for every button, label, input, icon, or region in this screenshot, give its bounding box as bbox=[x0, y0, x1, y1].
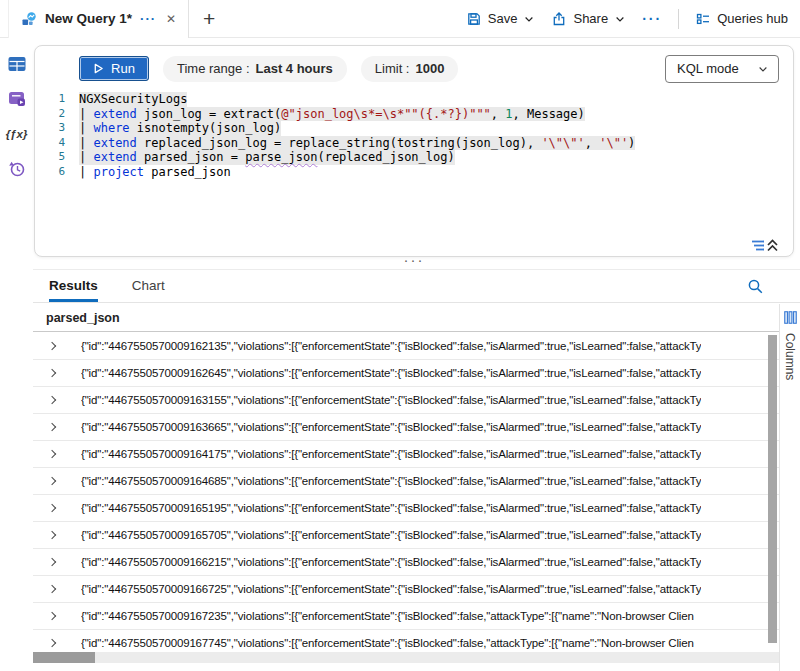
saved-scripts-icon[interactable] bbox=[7, 89, 27, 109]
query-editor-card: Run Time range : Last 4 hours Limit : 10… bbox=[34, 45, 794, 257]
time-range-label: Time range : bbox=[177, 61, 250, 76]
code-editor[interactable]: 1NGXSecurityLogs2| extend json_log = ext… bbox=[35, 92, 793, 180]
tab-results[interactable]: Results bbox=[49, 278, 98, 302]
expand-row-icon[interactable] bbox=[48, 612, 56, 620]
query-tab[interactable]: New Query 1* ··· ✕ bbox=[8, 0, 189, 38]
share-button[interactable]: Share bbox=[551, 11, 626, 27]
expand-row-icon[interactable] bbox=[48, 585, 56, 593]
results-panel: Results Chart parsed_json {"id":"4467550… bbox=[33, 269, 800, 671]
query-history-icon[interactable] bbox=[7, 159, 27, 179]
row-json-value: {"id":"4467550570009164175","violations"… bbox=[81, 448, 701, 460]
left-rail: {ƒx} bbox=[0, 38, 33, 671]
table-row[interactable]: {"id":"4467550570009162135","violations"… bbox=[33, 333, 779, 360]
code-text: NGXSecurityLogs bbox=[79, 92, 187, 107]
results-grid: {"id":"4467550570009162135","violations"… bbox=[33, 333, 779, 652]
save-button[interactable]: Save bbox=[466, 11, 536, 27]
table-row[interactable]: {"id":"4467550570009165195","violations"… bbox=[33, 495, 779, 522]
connections-table-icon[interactable] bbox=[7, 54, 27, 74]
new-tab-button[interactable]: + bbox=[203, 8, 215, 29]
expand-row-icon[interactable] bbox=[48, 369, 56, 377]
code-line[interactable]: 6| project parsed_json bbox=[35, 165, 793, 180]
tab-more-icon[interactable]: ··· bbox=[140, 11, 156, 26]
horizontal-scrollbar[interactable] bbox=[33, 652, 779, 663]
code-line[interactable]: 2| extend json_log = extract(@"json_log\… bbox=[35, 107, 793, 122]
expand-row-icon[interactable] bbox=[48, 504, 56, 512]
row-json-value: {"id":"4467550570009162135","violations"… bbox=[81, 340, 701, 352]
expand-row-icon[interactable] bbox=[48, 558, 56, 566]
line-number: 3 bbox=[35, 121, 65, 136]
queries-hub-label: Queries hub bbox=[717, 11, 788, 26]
row-json-value: {"id":"4467550570009165705","violations"… bbox=[81, 529, 701, 541]
code-line[interactable]: 3| where isnotempty(json_log) bbox=[35, 121, 793, 136]
expand-row-icon[interactable] bbox=[48, 423, 56, 431]
expand-row-icon[interactable] bbox=[48, 477, 56, 485]
code-text: | project parsed_json bbox=[79, 165, 231, 180]
expand-row-icon[interactable] bbox=[48, 531, 56, 539]
table-row[interactable]: {"id":"4467550570009165705","violations"… bbox=[33, 522, 779, 549]
table-row[interactable]: {"id":"4467550570009164175","violations"… bbox=[33, 441, 779, 468]
search-icon[interactable] bbox=[747, 278, 764, 295]
more-actions-button[interactable]: ··· bbox=[642, 11, 662, 27]
expand-row-icon[interactable] bbox=[48, 450, 56, 458]
horizontal-scrollbar-thumb[interactable] bbox=[33, 652, 95, 663]
columns-panel-toggle[interactable]: Columns bbox=[779, 304, 800, 671]
table-row[interactable]: {"id":"4467550570009167745","violations"… bbox=[33, 630, 779, 652]
time-range-value: Last 4 hours bbox=[256, 61, 333, 76]
collapse-editor-icon[interactable] bbox=[751, 238, 781, 253]
column-header-parsed-json[interactable]: parsed_json bbox=[33, 304, 779, 332]
adx-app-icon bbox=[21, 11, 37, 27]
functions-icon[interactable]: {ƒx} bbox=[7, 124, 27, 144]
table-row[interactable]: {"id":"4467550570009163665","violations"… bbox=[33, 414, 779, 441]
expand-row-icon[interactable] bbox=[48, 639, 56, 647]
table-row[interactable]: {"id":"4467550570009163155","violations"… bbox=[33, 387, 779, 414]
divider bbox=[678, 9, 679, 29]
run-button[interactable]: Run bbox=[79, 56, 149, 81]
line-number: 5 bbox=[35, 150, 65, 165]
row-json-value: {"id":"4467550570009166215","violations"… bbox=[81, 556, 701, 568]
results-tabs: Results Chart bbox=[33, 270, 800, 303]
line-number: 4 bbox=[35, 136, 65, 151]
panel-resize-handle[interactable]: ··· bbox=[34, 256, 794, 268]
table-row[interactable]: {"id":"4467550570009162645","violations"… bbox=[33, 360, 779, 387]
query-mode-value: KQL mode bbox=[677, 61, 739, 76]
row-json-value: {"id":"4467550570009167745","violations"… bbox=[81, 637, 694, 649]
expand-row-icon[interactable] bbox=[48, 342, 56, 350]
limit-label: Limit : bbox=[375, 61, 410, 76]
query-mode-select[interactable]: KQL mode bbox=[665, 55, 779, 83]
table-row[interactable]: {"id":"4467550570009166725","violations"… bbox=[33, 576, 779, 603]
row-json-value: {"id":"4467550570009165195","violations"… bbox=[81, 502, 701, 514]
share-label: Share bbox=[573, 11, 608, 26]
code-line[interactable]: 1NGXSecurityLogs bbox=[35, 92, 793, 107]
table-row[interactable]: {"id":"4467550570009167235","violations"… bbox=[33, 603, 779, 630]
code-text: | extend json_log = extract(@"json_log\s… bbox=[79, 107, 585, 122]
queries-hub-icon bbox=[695, 11, 711, 27]
row-json-value: {"id":"4467550570009162645","violations"… bbox=[81, 367, 701, 379]
code-line[interactable]: 4| extend replaced_json_log = replace_st… bbox=[35, 136, 793, 151]
chevron-down-icon bbox=[523, 13, 535, 25]
table-row[interactable]: {"id":"4467550570009164685","violations"… bbox=[33, 468, 779, 495]
code-text: | where isnotempty(json_log) bbox=[79, 121, 281, 136]
vertical-scrollbar-thumb[interactable] bbox=[768, 335, 777, 643]
chevron-down-icon bbox=[614, 13, 626, 25]
limit-picker[interactable]: Limit : 1000 bbox=[361, 56, 459, 82]
expand-row-icon[interactable] bbox=[48, 396, 56, 404]
tab-close-icon[interactable]: ✕ bbox=[164, 12, 178, 26]
vertical-scrollbar[interactable] bbox=[768, 333, 777, 651]
tab-chart[interactable]: Chart bbox=[132, 278, 165, 302]
save-icon bbox=[466, 11, 482, 27]
queries-hub-button[interactable]: Queries hub bbox=[695, 11, 788, 27]
table-row[interactable]: {"id":"4467550570009166215","violations"… bbox=[33, 549, 779, 576]
line-number: 6 bbox=[35, 165, 65, 180]
row-json-value: {"id":"4467550570009163155","violations"… bbox=[81, 394, 701, 406]
top-bar: New Query 1* ··· ✕ + Save Shar bbox=[0, 0, 800, 38]
chevron-down-icon bbox=[757, 63, 769, 75]
line-number: 2 bbox=[35, 107, 65, 122]
tab-title: New Query 1* bbox=[45, 11, 132, 26]
play-icon bbox=[93, 63, 104, 74]
code-text: | extend parsed_json = parse_json(replac… bbox=[79, 150, 455, 165]
row-json-value: {"id":"4467550570009164685","violations"… bbox=[81, 475, 701, 487]
time-range-picker[interactable]: Time range : Last 4 hours bbox=[163, 56, 347, 82]
limit-value: 1000 bbox=[415, 61, 444, 76]
columns-panel-label: Columns bbox=[783, 333, 797, 380]
code-line[interactable]: 5| extend parsed_json = parse_json(repla… bbox=[35, 150, 793, 165]
